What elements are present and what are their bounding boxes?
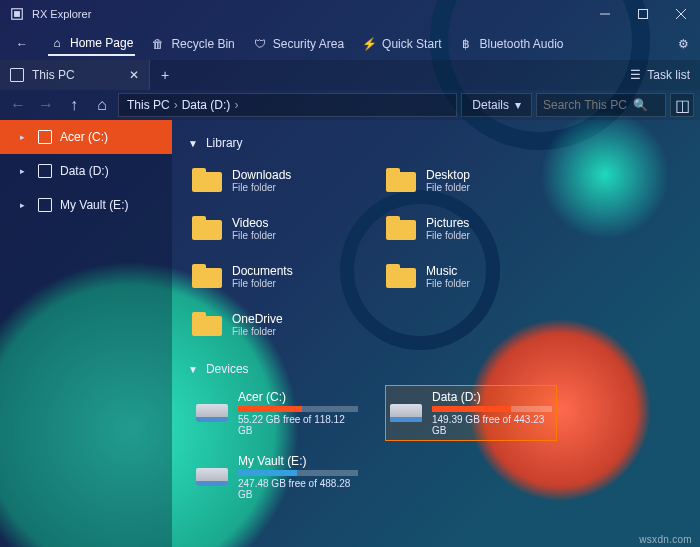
folder-subtitle: File folder [232, 278, 293, 289]
content-pane: ▼ Library DownloadsFile folderDesktopFil… [172, 120, 700, 547]
section-devices-header[interactable]: ▼ Devices [188, 362, 684, 376]
sidebar-item[interactable]: ▸Acer (C:) [0, 120, 172, 154]
drive-free-text: 149.39 GB free of 443.23 GB [432, 414, 552, 436]
folder-name: Documents [232, 264, 293, 278]
tab-close-icon[interactable]: ✕ [129, 68, 139, 82]
folder-subtitle: File folder [426, 230, 470, 241]
library-folder[interactable]: PicturesFile folder [386, 208, 556, 248]
app-title: RX Explorer [32, 8, 91, 20]
nav-home-button[interactable]: ⌂ [90, 93, 114, 117]
minimize-button[interactable] [586, 0, 624, 28]
crumb-data[interactable]: Data (D:) [182, 98, 231, 112]
close-button[interactable] [662, 0, 700, 28]
search-icon[interactable]: 🔍 [633, 98, 648, 112]
rocket-icon: ⚡ [362, 37, 376, 51]
folder-icon [386, 216, 416, 240]
toolbar-security[interactable]: 🛡Security Area [251, 33, 346, 55]
toolbar-bt-label: Bluetooth Audio [479, 37, 563, 51]
sidebar-item-label: Acer (C:) [60, 130, 108, 144]
sidebar-item-label: My Vault (E:) [60, 198, 128, 212]
app-icon [10, 7, 24, 21]
library-folder[interactable]: OneDriveFile folder [192, 304, 362, 344]
drive-free-text: 247.48 GB free of 488.28 GB [238, 478, 358, 500]
maximize-button[interactable] [624, 0, 662, 28]
library-folder[interactable]: DocumentsFile folder [192, 256, 362, 296]
folder-icon [386, 264, 416, 288]
bluetooth-icon: ฿ [459, 37, 473, 51]
usage-bar [432, 406, 552, 412]
drive-icon [38, 198, 52, 212]
home-icon: ⌂ [50, 36, 64, 50]
chevron-down-icon: ▼ [188, 138, 198, 149]
tab-label: This PC [32, 68, 75, 82]
svg-rect-1 [14, 11, 20, 17]
toolbar-recycle[interactable]: 🗑Recycle Bin [149, 33, 236, 55]
pc-icon [10, 68, 24, 82]
breadcrumb[interactable]: This PC › Data (D:) › [118, 93, 457, 117]
trash-icon: 🗑 [151, 37, 165, 51]
back-button[interactable]: ← [10, 32, 34, 56]
library-folder[interactable]: DesktopFile folder [386, 160, 556, 200]
expand-icon[interactable]: ▸ [20, 200, 30, 210]
drive-item[interactable]: Data (D:)149.39 GB free of 443.23 GB [386, 386, 556, 440]
library-folder[interactable]: VideosFile folder [192, 208, 362, 248]
toolbar-bluetooth[interactable]: ฿Bluetooth Audio [457, 33, 565, 55]
drive-item[interactable]: Acer (C:)55.22 GB free of 118.12 GB [192, 386, 362, 440]
toolbar-quickstart[interactable]: ⚡Quick Start [360, 33, 443, 55]
library-folder[interactable]: DownloadsFile folder [192, 160, 362, 200]
folder-icon [192, 312, 222, 336]
folder-name: Pictures [426, 216, 470, 230]
drive-name: Data (D:) [432, 390, 552, 404]
details-label: Details [472, 98, 509, 112]
tab-this-pc[interactable]: This PC ✕ [0, 60, 150, 90]
tab-bar: This PC ✕ + ☰ Task list [0, 60, 700, 90]
section-library-label: Library [206, 136, 243, 150]
usage-bar [238, 406, 358, 412]
main-toolbar: ← ⌂Home Page 🗑Recycle Bin 🛡Security Area… [0, 28, 700, 60]
folder-name: Music [426, 264, 470, 278]
sidebar-item[interactable]: ▸Data (D:) [0, 154, 172, 188]
split-view-button[interactable]: ◫ [670, 93, 694, 117]
drive-name: My Vault (E:) [238, 454, 358, 468]
tasklist-label: Task list [647, 68, 690, 82]
search-box[interactable]: 🔍 [536, 93, 666, 117]
nav-back-button[interactable]: ← [6, 93, 30, 117]
nav-forward-button[interactable]: → [34, 93, 58, 117]
sidebar-item[interactable]: ▸My Vault (E:) [0, 188, 172, 222]
drive-icon [196, 404, 228, 422]
library-folder[interactable]: MusicFile folder [386, 256, 556, 296]
drive-item[interactable]: My Vault (E:)247.48 GB free of 488.28 GB [192, 450, 362, 504]
tab-add-button[interactable]: + [150, 67, 180, 83]
section-library-header[interactable]: ▼ Library [188, 136, 684, 150]
list-icon: ☰ [630, 68, 641, 82]
toolbar-recycle-label: Recycle Bin [171, 37, 234, 51]
chevron-down-icon: ▼ [188, 364, 198, 375]
task-list-button[interactable]: ☰ Task list [620, 68, 700, 82]
title-bar: RX Explorer [0, 0, 700, 28]
crumb-this-pc[interactable]: This PC [127, 98, 170, 112]
folder-subtitle: File folder [232, 230, 276, 241]
svg-rect-3 [639, 10, 648, 19]
chevron-down-icon: ▾ [515, 98, 521, 112]
folder-icon [192, 168, 222, 192]
folder-subtitle: File folder [232, 326, 283, 337]
sidebar-item-label: Data (D:) [60, 164, 109, 178]
folder-name: Videos [232, 216, 276, 230]
folder-subtitle: File folder [426, 278, 470, 289]
nav-up-button[interactable]: ↑ [62, 93, 86, 117]
toolbar-quick-label: Quick Start [382, 37, 441, 51]
drive-free-text: 55.22 GB free of 118.12 GB [238, 414, 358, 436]
folder-icon [386, 168, 416, 192]
folder-icon [192, 264, 222, 288]
expand-icon[interactable]: ▸ [20, 166, 30, 176]
search-input[interactable] [543, 98, 633, 112]
details-view-button[interactable]: Details ▾ [461, 93, 532, 117]
address-bar: ← → ↑ ⌂ This PC › Data (D:) › Details ▾ … [0, 90, 700, 120]
expand-icon[interactable]: ▸ [20, 132, 30, 142]
drive-icon [196, 468, 228, 486]
folder-subtitle: File folder [232, 182, 291, 193]
toolbar-home[interactable]: ⌂Home Page [48, 32, 135, 56]
drive-icon [38, 164, 52, 178]
folder-name: OneDrive [232, 312, 283, 326]
settings-button[interactable]: ⚙ [676, 37, 690, 51]
